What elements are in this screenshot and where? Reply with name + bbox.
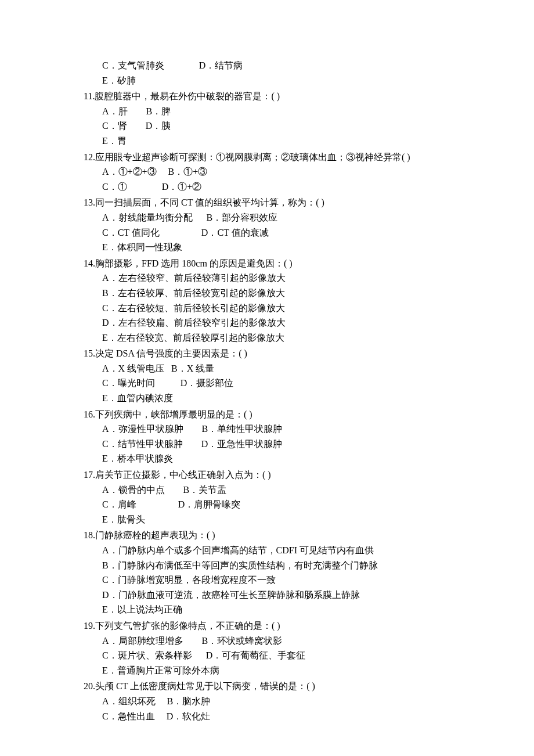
question-text: 决定 DSA 信号强度的主要因素是：( ) <box>95 348 247 358</box>
question-stem: 19.下列支气管扩张的影像特点，不正确的是：( ) <box>84 618 453 633</box>
question-stem: 17.肩关节正位摄影，中心线正确射入点为：( ) <box>84 467 453 483</box>
question-number: 16. <box>84 409 95 419</box>
question-block: 12.应用眼专业超声诊断可探测：①视网膜剥离；②玻璃体出血；③视神经异常( )A… <box>81 150 453 195</box>
option-line: E．血管内碘浓度 <box>102 391 453 406</box>
option-line: E．桥本甲状腺炎 <box>102 451 453 466</box>
question-text: 腹腔脏器中，最易在外伤中破裂的器官是：( ) <box>95 91 280 101</box>
question-text: 下列支气管扩张的影像特点，不正确的是：( ) <box>95 621 280 631</box>
option-line: E．左右径较宽、前后径较厚引起的影像放大 <box>102 330 453 345</box>
option-line: A．组织坏死 B．脑水肿 <box>102 694 453 709</box>
question-block: 15.决定 DSA 信号强度的主要因素是：( )A．X 线管电压 B．X 线量C… <box>81 346 453 405</box>
question-number: 14. <box>84 258 95 268</box>
option-line: C．CT 值同化 D．CT 值的衰减 <box>102 225 453 240</box>
question-block: 11.腹腔脏器中，最易在外伤中破裂的器官是：( )A．肝 B．脾C．肾 D．胰E… <box>81 89 453 148</box>
options-block: C．支气管肺炎 D．结节病E．矽肺 <box>102 58 453 88</box>
option-line: A．左右径较窄、前后径较薄引起的影像放大 <box>102 271 453 286</box>
options-block: A．①+②+③ B．①+③C．① D．①+② <box>102 164 453 194</box>
question-number: 12. <box>84 152 95 162</box>
options-block: A．组织坏死 B．脑水肿C．急性出血 D．软化灶 <box>102 694 453 723</box>
question-number: 11. <box>84 91 95 101</box>
question-block: 13.同一扫描层面，不同 CT 值的组织被平均计算，称为：( )A．射线能量均衡… <box>81 195 453 254</box>
option-line: E．肱骨头 <box>102 512 453 527</box>
exam-document: C．支气管肺炎 D．结节病E．矽肺11.腹腔脏器中，最易在外伤中破裂的器官是：(… <box>81 58 453 723</box>
question-stem: 11.腹腔脏器中，最易在外伤中破裂的器官是：( ) <box>84 89 453 104</box>
question-number: 15. <box>84 348 95 358</box>
option-line: A．射线能量均衡分配 B．部分容积效应 <box>102 210 453 225</box>
question-stem: 18.门静脉癌栓的超声表现为：( ) <box>84 528 453 543</box>
option-line: C．支气管肺炎 D．结节病 <box>102 58 453 73</box>
option-line: A．锁骨的中点 B．关节盂 <box>102 483 453 498</box>
question-stem: 16.下列疾病中，峡部增厚最明显的是：( ) <box>84 407 453 422</box>
option-line: E．矽肺 <box>102 73 453 88</box>
question-number: 19. <box>84 621 95 631</box>
option-line: D．门静脉血液可逆流，故癌栓可生长至脾静脉和肠系膜上静脉 <box>102 588 453 603</box>
option-line: C．门静脉增宽明显，各段增宽程度不一致 <box>102 573 453 588</box>
question-block: 17.肩关节正位摄影，中心线正确射入点为：( )A．锁骨的中点 B．关节盂C．肩… <box>81 467 453 527</box>
option-line: A．门静脉内单个或多个回声增高的结节，CDFI 可见结节内有血供 <box>102 543 453 558</box>
options-block: A．肝 B．脾C．肾 D．胰E．胃 <box>102 104 453 149</box>
option-line: A．弥漫性甲状腺肿 B．单纯性甲状腺肿 <box>102 422 453 437</box>
option-line: C．① D．①+② <box>102 179 453 195</box>
options-block: A．局部肺纹理增多 B．环状或蜂窝状影C．斑片状、索条样影 D．可有葡萄征、手套… <box>102 633 453 678</box>
question-block: C．支气管肺炎 D．结节病E．矽肺 <box>81 58 453 88</box>
question-text: 门静脉癌栓的超声表现为：( ) <box>95 530 215 540</box>
question-block: 16.下列疾病中，峡部增厚最明显的是：( )A．弥漫性甲状腺肿 B．单纯性甲状腺… <box>81 407 453 466</box>
question-block: 18.门静脉癌栓的超声表现为：( )A．门静脉内单个或多个回声增高的结节，CDF… <box>81 528 453 617</box>
option-line: E．普通胸片正常可除外本病 <box>102 663 453 678</box>
option-line: C．肩峰 D．肩胛骨喙突 <box>102 497 453 512</box>
question-text: 头颅 CT 上低密度病灶常见于以下病变，错误的是：( ) <box>95 681 315 691</box>
option-line: E．胃 <box>102 134 453 149</box>
question-number: 20. <box>84 681 95 691</box>
option-line: B．门静脉内布满低至中等回声的实质性结构，有时充满整个门静脉 <box>102 558 453 573</box>
question-text: 胸部摄影，FFD 选用 180cm 的原因是避免因：( ) <box>95 258 293 268</box>
question-stem: 15.决定 DSA 信号强度的主要因素是：( ) <box>84 346 453 361</box>
options-block: A．射线能量均衡分配 B．部分容积效应C．CT 值同化 D．CT 值的衰减E．体… <box>102 210 453 255</box>
question-block: 20.头颅 CT 上低密度病灶常见于以下病变，错误的是：( )A．组织坏死 B．… <box>81 679 453 723</box>
option-line: C．斑片状、索条样影 D．可有葡萄征、手套征 <box>102 648 453 663</box>
option-line: E．以上说法均正确 <box>102 602 453 617</box>
question-text: 同一扫描层面，不同 CT 值的组织被平均计算，称为：( ) <box>95 197 324 207</box>
question-stem: 14.胸部摄影，FFD 选用 180cm 的原因是避免因：( ) <box>84 256 453 271</box>
options-block: A．弥漫性甲状腺肿 B．单纯性甲状腺肿C．结节性甲状腺肿 D．亚急性甲状腺肿E．… <box>102 422 453 466</box>
question-block: 19.下列支气管扩张的影像特点，不正确的是：( )A．局部肺纹理增多 B．环状或… <box>81 618 453 678</box>
question-stem: 20.头颅 CT 上低密度病灶常见于以下病变，错误的是：( ) <box>84 679 453 694</box>
question-text: 应用眼专业超声诊断可探测：①视网膜剥离；②玻璃体出血；③视神经异常( ) <box>95 152 410 162</box>
question-block: 14.胸部摄影，FFD 选用 180cm 的原因是避免因：( )A．左右径较窄、… <box>81 256 453 345</box>
option-line: C．肾 D．胰 <box>102 118 453 134</box>
options-block: A．门静脉内单个或多个回声增高的结节，CDFI 可见结节内有血供B．门静脉内布满… <box>102 543 453 617</box>
question-text: 肩关节正位摄影，中心线正确射入点为：( ) <box>95 470 271 480</box>
question-number: 18. <box>84 530 95 540</box>
question-text: 下列疾病中，峡部增厚最明显的是：( ) <box>95 409 252 419</box>
option-line: C．急性出血 D．软化灶 <box>102 709 453 724</box>
question-stem: 13.同一扫描层面，不同 CT 值的组织被平均计算，称为：( ) <box>84 195 453 210</box>
option-line: C．左右径较短、前后径较长引起的影像放大 <box>102 301 453 316</box>
question-number: 17. <box>84 470 95 480</box>
options-block: A．X 线管电压 B．X 线量C．曝光时间 D．摄影部位E．血管内碘浓度 <box>102 361 453 406</box>
options-block: A．锁骨的中点 B．关节盂C．肩峰 D．肩胛骨喙突E．肱骨头 <box>102 483 453 527</box>
option-line: B．左右径较厚、前后径较宽引起的影像放大 <box>102 286 453 301</box>
option-line: A．局部肺纹理增多 B．环状或蜂窝状影 <box>102 633 453 649</box>
option-line: C．曝光时间 D．摄影部位 <box>102 376 453 391</box>
option-line: C．结节性甲状腺肿 D．亚急性甲状腺肿 <box>102 437 453 452</box>
option-line: D．左右径较扁、前后径较窄引起的影像放大 <box>102 315 453 330</box>
option-line: A．①+②+③ B．①+③ <box>102 164 453 179</box>
question-number: 13. <box>84 197 95 207</box>
option-line: E．体积同一性现象 <box>102 240 453 255</box>
option-line: A．X 线管电压 B．X 线量 <box>102 361 453 376</box>
options-block: A．左右径较窄、前后径较薄引起的影像放大B．左右径较厚、前后径较宽引起的影像放大… <box>102 271 453 345</box>
question-stem: 12.应用眼专业超声诊断可探测：①视网膜剥离；②玻璃体出血；③视神经异常( ) <box>84 150 453 165</box>
option-line: A．肝 B．脾 <box>102 104 453 119</box>
